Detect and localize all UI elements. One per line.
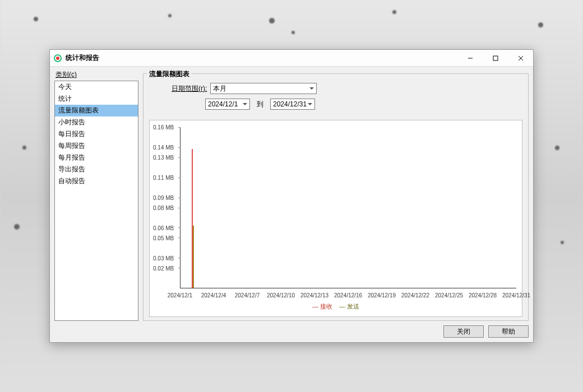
x-tick-label: 2024/12/16	[334, 292, 362, 298]
y-tick-label: 0.14 MB	[153, 144, 174, 151]
legend-send: — 发送	[339, 302, 359, 311]
date-to-value: 2024/12/31	[273, 100, 307, 108]
category-item[interactable]: 统计	[55, 93, 138, 105]
category-item[interactable]: 流量限额图表	[55, 105, 138, 116]
y-tick-label: 0.08 MB	[153, 205, 174, 211]
category-item[interactable]: 每月报告	[55, 152, 138, 164]
date-range-value: 本月	[213, 84, 226, 94]
chart-groupbox: 流量限额图表 日期范围(r): 本月 2024/12/1 到 2024/1	[143, 73, 529, 321]
x-tick-label: 2024/12/31	[502, 292, 530, 298]
date-range-label: 日期范围(r):	[172, 84, 207, 94]
close-button[interactable]	[508, 50, 533, 66]
group-title: 流量限额图表	[147, 69, 192, 79]
category-item[interactable]: 每日报告	[55, 128, 138, 140]
y-tick-label: 0.03 MB	[153, 255, 174, 262]
x-tick-label: 2024/12/25	[435, 292, 463, 298]
date-from-value: 2024/12/1	[208, 100, 238, 108]
titlebar[interactable]: 统计和报告	[50, 50, 533, 67]
legend-recv: — 接收	[312, 302, 332, 311]
chart-bar	[193, 226, 194, 288]
y-tick-label: 0.11 MB	[153, 175, 174, 181]
close-dialog-button[interactable]: 关闭	[443, 325, 484, 338]
chart-legend: — 接收 — 发送	[312, 302, 359, 311]
category-item[interactable]: 今天	[55, 81, 138, 93]
y-tick-label: 0.05 MB	[153, 235, 174, 241]
minimize-button[interactable]	[457, 50, 483, 66]
date-to-picker[interactable]: 2024/12/31	[270, 99, 315, 110]
x-tick-label: 2024/12/4	[201, 292, 226, 298]
category-item[interactable]: 导出报告	[55, 164, 138, 175]
x-tick-label: 2024/12/28	[469, 292, 497, 298]
x-tick-label: 2024/12/13	[300, 292, 328, 298]
date-from-picker[interactable]: 2024/12/1	[205, 99, 250, 110]
svg-rect-3	[493, 56, 498, 60]
x-tick-label: 2024/12/19	[368, 292, 396, 298]
category-item[interactable]: 每周报告	[55, 140, 138, 152]
category-item[interactable]: 自动报告	[55, 175, 138, 187]
app-icon	[53, 54, 62, 63]
to-label: 到	[253, 100, 267, 109]
y-tick-label: 0.02 MB	[153, 265, 174, 272]
category-listbox[interactable]: 今天统计流量限额图表小时报告每日报告每周报告每月报告导出报告自动报告	[54, 81, 138, 321]
y-tick-label: 0.06 MB	[153, 225, 174, 231]
help-button[interactable]: 帮助	[488, 325, 529, 338]
date-range-combo[interactable]: 本月	[210, 83, 317, 94]
window-title: 统计和报告	[66, 53, 457, 63]
svg-point-1	[56, 57, 59, 60]
chart-area: — 接收 — 发送 0.02 MB0.03 MB0.05 MB0.06 MB0.…	[149, 120, 522, 317]
x-tick-label: 2024/12/1	[168, 292, 193, 298]
x-tick-label: 2024/12/10	[267, 292, 295, 298]
category-label: 类别(c)	[54, 70, 138, 81]
y-tick-label: 0.13 MB	[153, 155, 174, 161]
stats-window: 统计和报告 类别(c) 今天统计流量限额图表小时报告每日报告每周报告每月报告导出…	[49, 49, 534, 343]
y-tick-label: 0.09 MB	[153, 195, 174, 201]
y-tick-label: 0.16 MB	[153, 124, 174, 130]
x-tick-label: 2024/12/22	[401, 292, 429, 298]
category-item[interactable]: 小时报告	[55, 116, 138, 128]
maximize-button[interactable]	[483, 50, 508, 66]
x-tick-label: 2024/12/7	[235, 292, 260, 298]
chart-plot	[180, 127, 516, 288]
